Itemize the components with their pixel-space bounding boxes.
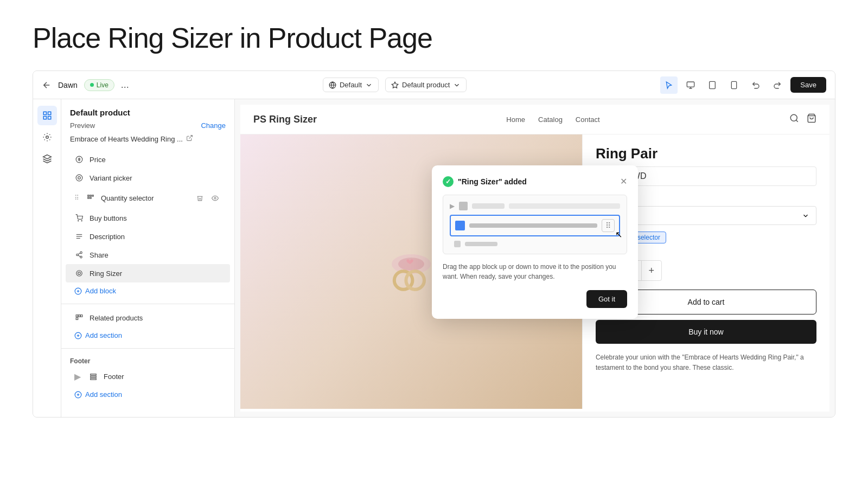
external-link-icon[interactable] [186,134,193,144]
svg-rect-9 [43,117,46,119]
nav-home[interactable]: Home [506,115,525,124]
svg-point-21 [214,197,215,198]
popup-close-button[interactable]: ✕ [620,176,627,187]
popup-dialog: ✓ "Ring Sizer" added ✕ ▶ [432,165,638,319]
popup-preview-thumb [459,202,468,210]
desktop-view-button[interactable] [682,76,699,94]
svg-point-22 [78,221,79,221]
redo-button[interactable] [769,76,786,94]
svg-rect-3 [710,81,716,88]
drag-handle-popup-icon[interactable]: ⠿ [602,219,615,232]
template-dropdown[interactable]: Default [323,78,379,92]
quantity-increase-button[interactable]: + [642,261,661,280]
panel-item-quantity-selector[interactable]: ⠿ Quantity selector [66,187,230,209]
svg-rect-45 [91,376,97,377]
panel-item-price[interactable]: Price [66,150,230,169]
live-badge: Live [84,79,114,91]
svg-rect-17 [90,195,91,196]
add-section-link[interactable]: Add section [66,327,230,344]
search-icon[interactable] [789,113,799,125]
panel-item-footer[interactable]: ▶ Footer [66,367,230,386]
quantity-selector-icon [86,193,95,203]
save-button[interactable]: Save [790,77,826,93]
product-dropdown[interactable]: Default product [385,78,467,92]
page-title: Place Ring Sizer in Product Page [0,0,868,70]
add-section-label: Add section [85,331,122,339]
change-link[interactable]: Change [201,121,226,130]
svg-rect-7 [43,112,46,114]
svg-line-12 [189,136,192,139]
svg-point-14 [76,175,82,181]
panel-title: Default product [70,108,130,117]
svg-line-51 [796,120,797,121]
undo-button[interactable] [747,76,764,94]
svg-point-27 [80,252,82,254]
buy-now-button[interactable]: Buy it now [596,320,816,344]
sidebar-icons [33,99,61,417]
description-label: Description [90,233,125,241]
product-title: Ring Pair [596,145,816,162]
popup-body-text: Drag the app block up or down to move it… [443,262,627,281]
eye-quantity-selector-button[interactable] [208,191,221,204]
panel-item-buy-buttons[interactable]: Buy buttons [66,209,230,227]
got-it-button[interactable]: Got it [586,290,627,308]
svg-rect-16 [88,195,89,196]
buy-buttons-icon [74,213,84,223]
select-tool-button[interactable] [660,76,678,94]
related-products-icon [74,313,84,323]
ring-sizer-icon [74,268,84,278]
preview-frame: PS Ring Sizer Home Catalog Contact [240,105,829,412]
theme-name: Dawn [58,81,78,89]
toolbar: Dawn Live ... Default Default product [33,71,835,99]
panel-item-variant-picker[interactable]: Variant picker [66,169,230,187]
nav-contact[interactable]: Contact [576,115,600,124]
back-button[interactable] [42,80,52,90]
editor-container: Dawn Live ... Default Default product [33,70,835,418]
add-section-footer-label: Add section [85,390,122,399]
svg-line-31 [78,253,80,254]
sidebar-icon-apps[interactable] [37,149,57,169]
quantity-selector-label: Quantity selector [101,194,154,202]
svg-rect-44 [91,374,97,375]
footer-item-label: Footer [104,373,124,381]
more-button[interactable]: ... [121,79,129,91]
panel-item-ring-sizer[interactable]: Ring Sizer [66,264,230,282]
store-header-icons [789,113,816,125]
svg-rect-38 [78,315,80,317]
popup-title: ✓ "Ring Sizer" added [443,176,527,187]
tablet-view-button[interactable] [704,76,721,94]
svg-rect-19 [88,197,89,198]
svg-marker-1 [392,82,398,88]
cart-icon[interactable] [807,113,816,125]
nav-catalog[interactable]: Catalog [538,115,563,124]
variant-picker-icon [74,173,84,183]
sidebar-icon-settings[interactable] [37,127,57,147]
add-block-link[interactable]: Add block [66,282,230,299]
svg-point-15 [78,177,81,179]
svg-rect-18 [92,195,93,196]
drag-handle-icon[interactable]: ⠿ [74,194,79,202]
svg-rect-46 [91,378,97,379]
ring-sizer-label: Ring Sizer [90,269,122,278]
related-products-label: Related products [90,314,143,322]
variant-picker-label: Variant picker [90,174,132,182]
svg-rect-5 [732,81,737,88]
panel-item-share[interactable]: Share [66,246,230,264]
delete-quantity-selector-button[interactable] [193,191,206,204]
mobile-view-button[interactable] [725,76,743,94]
buy-buttons-label: Buy buttons [90,214,127,222]
live-dot [90,83,94,87]
svg-point-28 [76,254,79,256]
svg-rect-10 [48,117,50,119]
panel-item-description[interactable]: Description [66,227,230,246]
panel-item-related-products[interactable]: Related products [66,309,230,327]
popup-check-icon: ✓ [443,176,454,187]
popup-arrow-icon: ▶ [450,202,455,210]
footer-icon [88,372,98,382]
footer-section-label: Footer [61,353,234,367]
svg-line-30 [78,255,80,256]
add-section-footer-link[interactable]: Add section [66,386,230,403]
svg-point-33 [78,272,81,275]
sidebar-icon-sections[interactable] [37,106,57,125]
left-panel: Default product Preview Change Embrace o… [61,99,235,417]
